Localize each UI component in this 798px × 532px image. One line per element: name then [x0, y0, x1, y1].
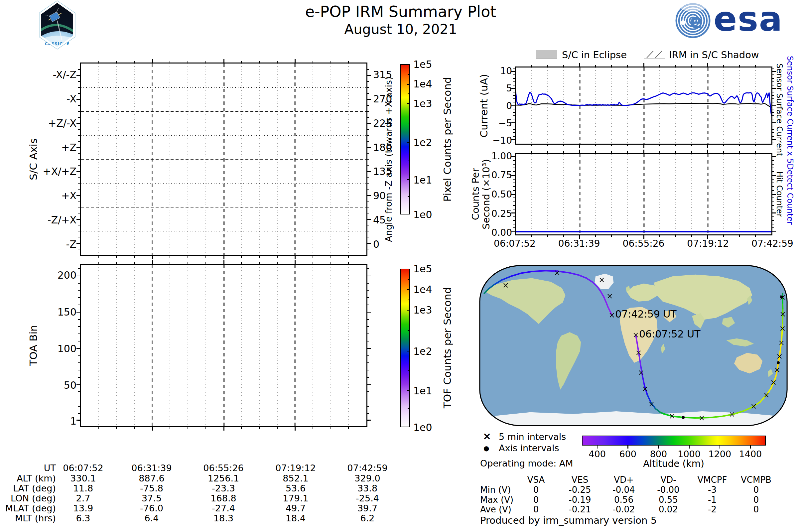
x-tick [547, 234, 548, 237]
x-tick [206, 426, 206, 429]
y-tick [78, 165, 81, 166]
y-tick [772, 224, 774, 225]
alt-tick-label: 600 [619, 449, 636, 459]
ytick-label: +Z [61, 141, 76, 153]
voltage-value: -2 [690, 505, 734, 514]
x-tick [277, 61, 278, 63]
y-tick [772, 132, 774, 133]
voltage-value: 0 [514, 505, 557, 514]
y-tick [772, 95, 774, 96]
cbar-tick [407, 123, 410, 124]
y-tick [78, 225, 81, 225]
y-tick [513, 85, 516, 86]
ephemeris-value: 11.8 [53, 483, 113, 493]
grid-vline [223, 265, 225, 426]
x-tick [170, 61, 170, 63]
grid-vline [277, 265, 278, 426]
time-tick-label: 06:07:52 [494, 238, 536, 249]
x-tick [330, 61, 331, 63]
y-tick [366, 135, 369, 136]
grid-vline [116, 265, 117, 426]
x-tick [531, 65, 532, 68]
y-tick [366, 391, 369, 392]
cbar-tick-label: 1e3 [413, 97, 432, 109]
y-tick [366, 225, 369, 225]
x-tick [691, 234, 692, 237]
y-tick [513, 126, 516, 126]
x-tick [739, 65, 740, 68]
x-tick [579, 150, 580, 154]
current-ylabel: Current (uA) [478, 74, 490, 137]
y-tick [366, 105, 369, 106]
y-tick [78, 231, 81, 231]
x-tick [294, 260, 296, 265]
y-tick [366, 319, 369, 320]
y-tick [366, 207, 369, 208]
x-tick [611, 65, 612, 68]
y-tick [366, 362, 369, 363]
voltage-row-label: Max (V) [480, 495, 513, 505]
x-tick [241, 262, 242, 265]
y-tick [366, 231, 369, 231]
y-tick [366, 237, 369, 238]
grid-vline [134, 265, 135, 426]
x-tick [170, 262, 170, 265]
cbar-tick [407, 142, 410, 142]
x-tick [188, 426, 188, 429]
ephemeris-value: 37.5 [122, 493, 182, 504]
x-tick [707, 144, 708, 148]
x-tick [627, 234, 628, 237]
x-tick [312, 426, 313, 429]
y-tick [513, 183, 516, 183]
x-tick [675, 144, 676, 146]
toa-bin-ylabel: TOA Bin [27, 325, 39, 366]
x-tick [723, 151, 724, 154]
y-tick-major [76, 195, 81, 196]
x-tick [643, 144, 644, 148]
y-tick-major [366, 243, 371, 244]
y-tick-major [366, 348, 371, 349]
y-tick [366, 189, 369, 190]
y-tick [366, 290, 369, 291]
ytick-label: 50 [64, 379, 76, 391]
y-tick [78, 111, 81, 112]
x-tick [755, 65, 756, 68]
y-tick [78, 283, 81, 284]
x-tick [579, 144, 580, 148]
y-tick [772, 197, 774, 198]
ytick-label: -Z/+X [48, 214, 76, 225]
y-tick [366, 268, 369, 269]
x-tick [595, 144, 596, 146]
cbar-tick [407, 74, 410, 75]
x-tick [170, 426, 170, 429]
y-tick-major [366, 195, 371, 196]
ytick-label: 200 [58, 269, 76, 281]
y-tick [78, 305, 81, 305]
page-title: e-POP IRM Summary Plot [305, 3, 496, 21]
x-tick [241, 61, 242, 63]
y-tick [772, 109, 774, 109]
y-tick [78, 290, 81, 291]
y-tick [78, 413, 81, 414]
x-tick [627, 65, 628, 68]
cbar-tick-label: 1e0 [413, 209, 432, 221]
x-tick [312, 61, 313, 63]
grid-vline [206, 265, 206, 426]
ephemeris-value: 329.0 [338, 473, 397, 483]
cbar-tick [407, 390, 410, 391]
counter-right-label-blue: Detect Counter [785, 164, 795, 225]
y-tick [78, 105, 81, 106]
hatch-pattern-icon [644, 50, 665, 58]
voltage-value: -0.25 [558, 485, 602, 495]
x-tick [98, 255, 99, 258]
x-tick [277, 255, 278, 258]
ephemeris-value: 39.7 [338, 503, 397, 513]
y-tick [78, 268, 81, 269]
y-tick [513, 190, 516, 191]
y-tick [772, 119, 774, 119]
time-tick-label: 06:31:39 [558, 238, 600, 249]
y-tick [366, 413, 369, 414]
x-tick [691, 151, 692, 154]
y-tick [513, 132, 516, 133]
y-tick-major [76, 75, 81, 76]
